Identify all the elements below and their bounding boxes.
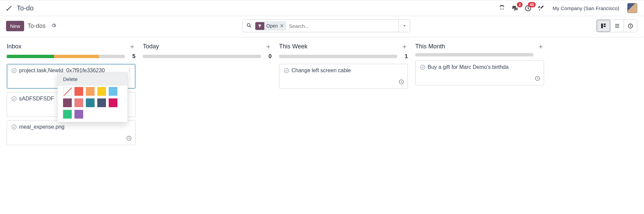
color-swatch[interactable] — [109, 87, 117, 96]
clock-icon — [535, 76, 540, 81]
svg-point-16 — [284, 68, 289, 73]
card-activity-button[interactable] — [535, 76, 540, 82]
search-facet: Open ✕ — [255, 21, 286, 31]
pencil-icon — [6, 5, 13, 11]
brand[interactable]: To-do — [6, 4, 34, 12]
svg-rect-0 — [500, 8, 501, 8]
svg-rect-1 — [501, 8, 502, 8]
state-circle-icon — [11, 68, 17, 74]
color-swatch[interactable] — [74, 110, 83, 119]
clock-icon — [398, 79, 404, 85]
color-swatch[interactable] — [86, 98, 95, 107]
kanban-column: This Month＋Buy a gift for Marc Demo's bi… — [415, 42, 551, 148]
activity-view-button[interactable] — [624, 20, 637, 32]
svg-point-18 — [420, 65, 425, 70]
search-icon[interactable] — [243, 23, 255, 29]
state-circle-icon — [11, 124, 17, 130]
card-title: meal_expense.png — [19, 124, 64, 130]
svg-rect-4 — [501, 9, 502, 10]
color-swatch-none[interactable] — [63, 87, 72, 96]
card-title: sADFSDFSDF — [19, 96, 54, 102]
card-activity-button[interactable] — [398, 79, 404, 86]
kanban-card[interactable]: Change left screen cable — [279, 64, 408, 89]
kanban-card[interactable]: project.task,NewId_0x7f91fe336230⋮Delete — [7, 64, 136, 89]
avatar[interactable] — [627, 3, 637, 13]
company-switcher[interactable]: My Company (San Francisco) — [551, 5, 621, 11]
svg-rect-5 — [503, 9, 504, 10]
state-circle-icon — [420, 64, 426, 70]
color-swatch[interactable] — [97, 98, 106, 107]
svg-point-12 — [12, 68, 16, 73]
card-title: Buy a gift for Marc Demo's birthda — [428, 64, 508, 70]
progress-bar — [415, 53, 533, 56]
search-options-toggle[interactable] — [398, 20, 410, 32]
tools-icon[interactable] — [538, 5, 545, 12]
app-title: To-do — [17, 4, 34, 12]
gear-icon[interactable] — [51, 23, 56, 29]
column-title: This Week — [279, 43, 308, 50]
messages-icon[interactable]: 2 — [512, 5, 519, 12]
color-swatches — [58, 86, 127, 119]
column-title: Inbox — [7, 43, 21, 50]
kanban-view-button[interactable] — [597, 20, 610, 32]
svg-point-14 — [12, 125, 16, 129]
color-swatch[interactable] — [109, 98, 117, 107]
card-activity-button[interactable] — [126, 135, 132, 142]
voip-icon[interactable] — [498, 5, 505, 12]
column-add[interactable]: ＋ — [129, 42, 136, 51]
state-circle-icon — [11, 96, 17, 102]
new-button[interactable]: New — [6, 21, 24, 31]
control-panel: New To-dos Open ✕ — [0, 16, 644, 37]
kanban-column: This Week＋1Change left screen cable — [279, 42, 415, 148]
progress-bar — [7, 55, 125, 58]
column-count: 5 — [129, 53, 136, 60]
kanban-board: Inbox＋5project.task,NewId_0x7f91fe336230… — [0, 37, 644, 148]
search-bar: Open ✕ — [243, 19, 410, 32]
kanban-column: Today＋0 — [143, 42, 279, 148]
systray: 2 40 My Company (San Francisco) — [498, 3, 637, 13]
breadcrumb: To-dos — [28, 23, 46, 30]
view-switcher — [596, 19, 637, 32]
column-add[interactable]: ＋ — [537, 42, 544, 51]
progress-bar — [143, 55, 261, 58]
svg-rect-3 — [500, 9, 501, 10]
funnel-icon — [255, 22, 264, 30]
activities-badge: 40 — [528, 2, 535, 7]
svg-rect-10 — [604, 26, 606, 27]
card-title: Change left screen cable — [291, 68, 351, 74]
column-title: This Month — [415, 43, 445, 50]
column-title: Today — [143, 43, 159, 50]
facet-label: Open — [266, 23, 278, 29]
kanban-card[interactable]: Buy a gift for Marc Demo's birthda — [415, 60, 544, 85]
color-swatch[interactable] — [74, 98, 83, 107]
state-circle-icon — [283, 68, 289, 74]
kanban-card[interactable]: meal_expense.png — [7, 120, 136, 145]
color-swatch[interactable] — [86, 87, 95, 96]
menu-delete[interactable]: Delete — [58, 73, 127, 86]
clock-icon — [126, 135, 132, 141]
column-count: 1 — [402, 53, 408, 60]
messages-badge: 2 — [517, 2, 522, 7]
color-swatch[interactable] — [74, 87, 83, 96]
facet-remove[interactable]: ✕ — [280, 23, 284, 29]
column-add[interactable]: ＋ — [401, 42, 408, 51]
svg-rect-2 — [503, 8, 504, 8]
card-menu: Delete — [57, 72, 128, 122]
svg-point-13 — [12, 96, 16, 101]
color-swatch[interactable] — [63, 98, 72, 107]
column-count: 0 — [266, 53, 272, 60]
color-swatch[interactable] — [97, 87, 106, 96]
list-view-button[interactable] — [610, 20, 624, 32]
app-header: To-do 2 40 My Company (San Francisco) — [0, 0, 644, 16]
progress-bar — [279, 55, 397, 58]
svg-rect-8 — [601, 24, 603, 28]
activities-icon[interactable]: 40 — [525, 5, 532, 12]
card-kebab[interactable]: ⋮ — [127, 67, 132, 73]
color-swatch[interactable] — [63, 110, 72, 119]
column-add[interactable]: ＋ — [265, 42, 272, 51]
search-input[interactable] — [289, 22, 398, 30]
kanban-column: Inbox＋5project.task,NewId_0x7f91fe336230… — [7, 42, 143, 148]
svg-rect-9 — [604, 24, 606, 25]
